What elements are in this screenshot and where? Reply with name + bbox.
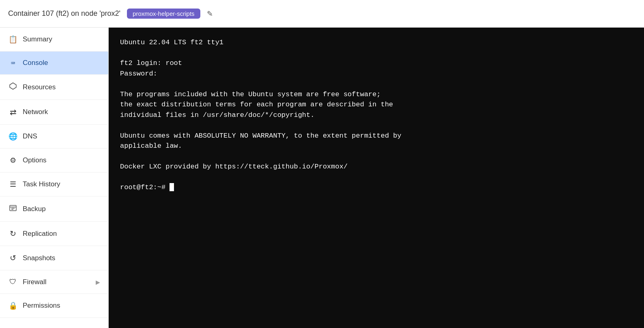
sidebar-item-resources[interactable]: Resources bbox=[0, 75, 108, 100]
sidebar-label-backup: Backup bbox=[23, 205, 46, 213]
sidebar-item-options[interactable]: ⚙ Options bbox=[0, 149, 108, 173]
sidebar-label-replication: Replication bbox=[23, 230, 57, 238]
sidebar-item-dns[interactable]: 🌐 DNS bbox=[0, 125, 108, 149]
sidebar-item-replication[interactable]: ↻ Replication bbox=[0, 222, 108, 246]
network-icon: ⇄ bbox=[8, 107, 18, 117]
console-cursor bbox=[170, 183, 174, 191]
sidebar-label-snapshots: Snapshots bbox=[23, 254, 55, 262]
replication-icon: ↻ bbox=[8, 229, 18, 238]
svg-marker-0 bbox=[10, 83, 16, 89]
sidebar-item-permissions[interactable]: 🔒 Permissions bbox=[0, 294, 108, 318]
sidebar: 📋 Summary ⌨ Console Resources ⇄ Network … bbox=[0, 28, 109, 328]
options-icon: ⚙ bbox=[8, 156, 18, 165]
firewall-icon: 🛡 bbox=[8, 278, 18, 286]
console-icon: ⌨ bbox=[8, 59, 18, 67]
sidebar-item-task-history[interactable]: ☰ Task History bbox=[0, 173, 108, 196]
sidebar-item-snapshots[interactable]: ↺ Snapshots bbox=[0, 246, 108, 270]
sidebar-label-console: Console bbox=[23, 59, 48, 67]
snapshots-icon: ↺ bbox=[8, 253, 18, 263]
task-history-icon: ☰ bbox=[8, 180, 18, 189]
dns-icon: 🌐 bbox=[8, 132, 18, 141]
firewall-chevron: ▶ bbox=[96, 279, 100, 285]
console-prompt: root@ft2:~# bbox=[120, 183, 170, 191]
sidebar-item-console[interactable]: ⌨ Console bbox=[0, 52, 108, 75]
sidebar-label-firewall: Firewall bbox=[23, 278, 47, 286]
resources-icon bbox=[8, 82, 18, 92]
console-area[interactable]: Ubuntu 22.04 LTS ft2 tty1 ft2 login: roo… bbox=[109, 28, 644, 328]
console-output: Ubuntu 22.04 LTS ft2 tty1 ft2 login: roo… bbox=[120, 37, 633, 193]
sidebar-item-backup[interactable]: Backup bbox=[0, 196, 108, 222]
tag-badge[interactable]: proxmox-helper-scripts bbox=[127, 9, 200, 19]
sidebar-label-options: Options bbox=[23, 156, 47, 164]
sidebar-item-firewall[interactable]: 🛡 Firewall ▶ bbox=[0, 270, 108, 294]
edit-icon[interactable]: ✎ bbox=[207, 9, 213, 18]
permissions-icon: 🔒 bbox=[8, 301, 18, 310]
sidebar-item-summary[interactable]: 📋 Summary bbox=[0, 28, 108, 52]
summary-icon: 📋 bbox=[8, 35, 18, 44]
main-layout: 📋 Summary ⌨ Console Resources ⇄ Network … bbox=[0, 28, 644, 328]
sidebar-item-network[interactable]: ⇄ Network bbox=[0, 100, 108, 125]
backup-icon bbox=[8, 204, 18, 214]
sidebar-label-task-history: Task History bbox=[23, 180, 60, 188]
page-title: Container 107 (ft2) on node 'prox2' bbox=[8, 9, 120, 18]
sidebar-label-resources: Resources bbox=[23, 83, 56, 91]
sidebar-label-summary: Summary bbox=[23, 35, 52, 43]
page-header: Container 107 (ft2) on node 'prox2' prox… bbox=[0, 0, 644, 28]
sidebar-label-network: Network bbox=[23, 108, 48, 116]
sidebar-label-dns: DNS bbox=[23, 132, 37, 140]
sidebar-label-permissions: Permissions bbox=[23, 302, 60, 310]
